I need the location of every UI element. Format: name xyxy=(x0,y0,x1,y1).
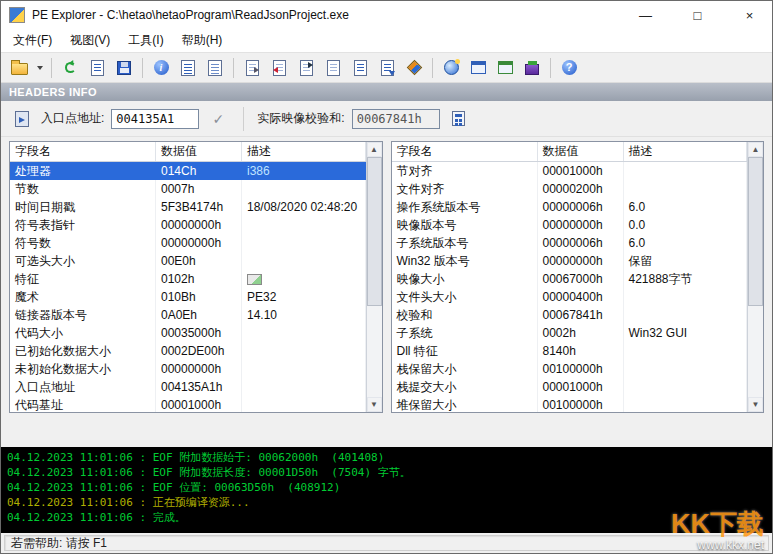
maximize-button[interactable]: □ xyxy=(675,1,720,29)
menu-item[interactable]: 文件(F) xyxy=(4,29,61,52)
scroll-thumb[interactable] xyxy=(748,157,763,306)
section-headers-button[interactable] xyxy=(239,56,265,80)
data-value-cell: 0002h xyxy=(538,324,624,342)
table-row[interactable]: 已初始化数据大小0002DE00h xyxy=(10,342,366,360)
table-row[interactable]: Dll 特征8140h xyxy=(392,342,748,360)
reload-file-button[interactable] xyxy=(57,56,83,80)
table-row[interactable]: 操作系统版本号00000006h6.0 xyxy=(392,198,748,216)
toolbar-separator xyxy=(142,58,143,78)
table-row[interactable]: 栈提交大小00001000h xyxy=(392,378,748,396)
column-header[interactable]: 数据值 xyxy=(156,142,242,161)
quick-view-button[interactable] xyxy=(84,56,110,80)
page-arrow-dark-icon xyxy=(300,60,313,76)
column-header[interactable]: 描述 xyxy=(624,142,748,161)
open-file-button[interactable] xyxy=(6,56,32,80)
field-name-cell: 时间日期戳 xyxy=(10,198,156,216)
table-row[interactable]: 时间日期戳5F3B4174h18/08/2020 02:48:20 xyxy=(10,198,366,216)
table-row[interactable]: 堆保留大小00100000h xyxy=(392,396,748,412)
scroll-down-arrow[interactable]: ▼ xyxy=(367,397,382,412)
file-properties-button[interactable] xyxy=(148,56,174,80)
help-button[interactable] xyxy=(556,56,582,80)
import-viewer-button[interactable] xyxy=(266,56,292,80)
save-icon xyxy=(117,61,131,75)
column-header[interactable]: 描述 xyxy=(242,142,366,161)
description-cell xyxy=(624,306,748,324)
table-row[interactable]: Win32 版本号00000000h保留 xyxy=(392,252,748,270)
left-table-scrollbar[interactable]: ▲ ▼ xyxy=(366,142,382,412)
open-file-dropdown[interactable] xyxy=(33,56,46,80)
table-row[interactable]: 子系统版本号00000006h6.0 xyxy=(392,234,748,252)
table-row[interactable]: 可选头大小00E0h xyxy=(10,252,366,270)
data-value-cell: 00E0h xyxy=(156,252,242,270)
table-row[interactable]: 子系统0002hWin32 GUI xyxy=(392,324,748,342)
menu-item[interactable]: 帮助(H) xyxy=(173,29,232,52)
grid-icon xyxy=(471,61,486,74)
table-row[interactable]: 节对齐00001000h xyxy=(392,162,748,180)
field-name-cell: 映像版本号 xyxy=(392,216,538,234)
scroll-down-arrow[interactable]: ▼ xyxy=(748,397,763,412)
table-row[interactable]: 特征0102h xyxy=(10,270,366,288)
close-button[interactable]: × xyxy=(727,1,772,29)
calculate-checksum-button[interactable] xyxy=(447,108,471,130)
scroll-thumb[interactable] xyxy=(367,157,382,306)
disassembler-button[interactable] xyxy=(465,56,491,80)
address-converter-button[interactable] xyxy=(401,56,427,80)
toolbar-separator xyxy=(233,58,234,78)
table-header-row: 字段名数据值描述 xyxy=(10,142,366,162)
menu-item[interactable]: 视图(V) xyxy=(61,29,119,52)
description-cell: 6.0 xyxy=(624,234,748,252)
resource-editor-button[interactable] xyxy=(492,56,518,80)
column-header[interactable]: 字段名 xyxy=(392,142,538,161)
data-directories-button[interactable] xyxy=(202,56,228,80)
table-row[interactable]: 映像大小00067000h421888字节 xyxy=(392,270,748,288)
table-row[interactable]: 链接器版本号0A0Eh14.10 xyxy=(10,306,366,324)
table-row[interactable]: 符号数00000000h xyxy=(10,234,366,252)
table-row[interactable]: 入口点地址004135A1h xyxy=(10,378,366,396)
menu-item[interactable]: 工具(I) xyxy=(119,29,172,52)
unpacker-button[interactable] xyxy=(519,56,545,80)
scroll-track[interactable] xyxy=(748,157,763,397)
table-row[interactable]: 符号表指针00000000h xyxy=(10,216,366,234)
table-row[interactable]: 文件头大小00000400h xyxy=(392,288,748,306)
scroll-track[interactable] xyxy=(367,157,382,397)
table-row[interactable]: 未初始化数据大小00000000h xyxy=(10,360,366,378)
description-cell xyxy=(624,360,748,378)
digital-signature-button[interactable] xyxy=(374,56,400,80)
goto-entry-point-button[interactable] xyxy=(10,108,34,130)
table-row[interactable]: 文件对齐00000200h xyxy=(392,180,748,198)
list-icon xyxy=(181,60,195,76)
field-name-cell: 入口点地址 xyxy=(10,378,156,396)
table-row[interactable]: 代码大小00035000h xyxy=(10,324,366,342)
separator xyxy=(243,107,244,131)
table-row[interactable]: 节数0007h xyxy=(10,180,366,198)
table-row[interactable]: 代码基址00001000h xyxy=(10,396,366,412)
table-row[interactable]: 栈保留大小00100000h xyxy=(392,360,748,378)
relocations-viewer-button[interactable] xyxy=(320,56,346,80)
table-row[interactable]: 校验和00067841h xyxy=(392,306,748,324)
table-row[interactable]: 映像版本号00000000h0.0 xyxy=(392,216,748,234)
debug-info-viewer-button[interactable] xyxy=(347,56,373,80)
dropdown-icon xyxy=(37,66,43,73)
column-header[interactable]: 数据值 xyxy=(538,142,624,161)
table-row[interactable]: 魔术010BhPE32 xyxy=(10,288,366,306)
entry-point-input[interactable] xyxy=(111,109,199,129)
data-value-cell: 00000006h xyxy=(538,198,624,216)
scroll-up-arrow[interactable]: ▲ xyxy=(748,142,763,157)
headers-info-button[interactable] xyxy=(175,56,201,80)
scroll-up-arrow[interactable]: ▲ xyxy=(367,142,382,157)
export-viewer-button[interactable] xyxy=(293,56,319,80)
description-cell xyxy=(242,216,366,234)
right-table-scrollbar[interactable]: ▲ ▼ xyxy=(747,142,763,412)
minimize-button[interactable]: — xyxy=(623,1,668,29)
data-value-cell: 00000000h xyxy=(538,252,624,270)
field-name-cell: 节对齐 xyxy=(392,162,538,180)
apply-entry-point-button[interactable] xyxy=(206,108,230,130)
table-row[interactable]: 处理器014Chi386 xyxy=(10,162,366,180)
column-header[interactable]: 字段名 xyxy=(10,142,156,161)
field-name-cell: Dll 特征 xyxy=(392,342,538,360)
dependency-scanner-button[interactable] xyxy=(438,56,464,80)
field-name-cell: 未初始化数据大小 xyxy=(10,360,156,378)
save-file-button[interactable] xyxy=(111,56,137,80)
table-body: 处理器014Chi386节数0007h时间日期戳5F3B4174h18/08/2… xyxy=(10,162,366,412)
folder-icon xyxy=(11,63,28,75)
